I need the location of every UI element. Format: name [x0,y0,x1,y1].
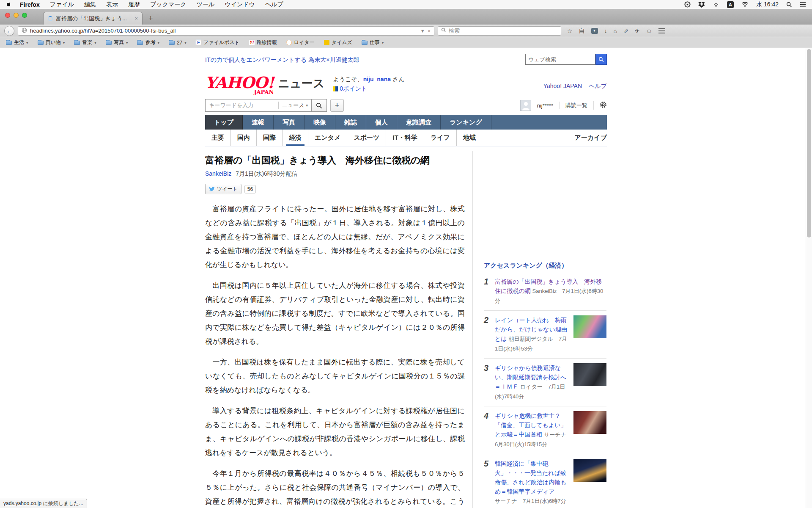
news-search-button[interactable] [312,99,327,112]
new-tab-button[interactable]: + [143,14,159,25]
wifi-icon[interactable] [741,2,749,7]
ranking-thumbnail[interactable] [573,363,606,386]
site-favicon-globe-icon [22,28,27,34]
share-icon[interactable]: ⇗ [623,28,628,34]
home-icon[interactable]: ⌂ [614,28,617,34]
bookmark-star-icon[interactable]: ☆ [567,28,573,34]
service-name-news[interactable]: ニュース [278,76,324,91]
menu-edit[interactable]: 編集 [84,1,96,8]
nav-tab-magazine[interactable]: 雑誌 [335,115,366,130]
browser-tab[interactable]: 富裕層の「出国税」きょう... × [43,12,143,25]
promo-ad-link[interactable]: ITの力で個人をエンパワーメントする 為末大×川邊健太郎 [205,54,359,64]
pocket-icon[interactable]: ▼ [591,28,598,34]
nav-tab-personal[interactable]: 個人 [366,115,397,130]
subscriptions-link[interactable]: 購読一覧 [559,102,587,109]
subnav-it-science[interactable]: IT・科学 [386,130,423,146]
menu-history[interactable]: 履歴 [128,1,140,8]
input-source-icon[interactable]: A [727,1,734,8]
back-button[interactable]: ← [4,26,14,36]
logged-in-username[interactable]: niju_nana [363,76,391,83]
folder-icon [38,41,44,45]
url-bar[interactable]: headlines.yahoo.co.jp/hl?a=20150701-0000… [18,26,434,36]
reading-list-icon[interactable]: 自 [579,27,585,35]
subnav-domestic[interactable]: 国内 [230,130,256,146]
article-source-link[interactable]: SankeiBiz [205,170,231,177]
nav-tab-ranking[interactable]: ランキング [441,115,491,130]
send-tab-icon[interactable]: ✈ [635,28,640,34]
tab-close-icon[interactable]: × [134,15,138,22]
menu-file[interactable]: ファイル [50,1,74,8]
subnav-local[interactable]: 地域 [456,130,482,146]
bookmark-folder-life[interactable]: 生活▾ [6,39,28,46]
minimize-window-button[interactable] [14,13,19,18]
menu-window[interactable]: ウインドウ [225,1,255,8]
bookmark-filepost[interactable]: Fファイルポスト [196,39,240,46]
bookmark-times[interactable]: タイムズ [324,39,352,46]
search-scope-dropdown[interactable]: ニュース▾ [278,102,308,109]
ranking-link[interactable]: 韓国経済に「集中砲火」・・・一発当たれば致命傷、されど政治は内輪もめ＝韓国華字メ… [495,460,567,495]
scrollbar-thumb[interactable] [807,49,811,237]
help-link[interactable]: ヘルプ [589,83,607,90]
stop-loading-icon[interactable]: × [428,28,431,33]
menubar-clock[interactable]: 水 16:42 [756,1,779,8]
bookmark-folder-reference[interactable]: 参考▾ [137,39,159,46]
news-search-input[interactable]: キーワードを入力 ニュース▾ [205,99,312,112]
ranking-thumbnail[interactable] [573,315,606,338]
subnav-economy[interactable]: 経済 [282,130,308,146]
bookmark-folder-photo[interactable]: 写真▾ [106,39,128,46]
hello-icon[interactable]: ☺ [646,28,652,34]
notification-center-icon[interactable] [800,2,806,7]
bookmark-transit[interactable]: Y!路線情報 [249,39,277,46]
spotlight-icon[interactable] [786,2,792,8]
scrollbar[interactable] [806,48,812,508]
points-link[interactable]: 0ポイント [340,85,367,93]
tweet-button[interactable]: ツイート [205,184,241,194]
subnav-international[interactable]: 国際 [256,130,282,146]
creative-cloud-icon[interactable] [684,1,691,8]
downloads-icon[interactable]: ↓ [604,28,607,34]
bookmark-folder-work[interactable]: 仕事▾ [362,39,384,46]
subnav-main[interactable]: 主要 [205,130,230,146]
subnav-sports[interactable]: スポーツ [347,130,386,146]
menubar-app-name[interactable]: Firefox [20,1,40,8]
bookmark-folder-music[interactable]: 音楽▾ [74,39,96,46]
wireless-transfer-icon[interactable] [713,2,719,7]
nav-tab-flash[interactable]: 速報 [243,115,274,130]
menu-bookmarks[interactable]: ブックマーク [150,1,187,8]
url-text[interactable]: headlines.yahoo.co.jp/hl?a=20150701-0000… [30,28,417,34]
bookmark-folder-shopping[interactable]: 買い物▾ [38,39,65,46]
bookmark-folder-27[interactable]: 27▾ [169,40,187,46]
macos-menubar: Firefox ファイル 編集 表示 履歴 ブックマーク ツール ウインドウ ヘ… [0,0,812,9]
nav-tab-photo[interactable]: 写真 [274,115,304,130]
menu-help[interactable]: ヘルプ [265,1,283,8]
menu-hamburger-icon[interactable] [658,28,665,33]
folder-icon [169,41,175,45]
ranking-thumbnail[interactable] [573,411,606,434]
dropbox-icon[interactable] [698,2,705,8]
archive-link[interactable]: アーカイブ [575,134,607,142]
add-widget-button[interactable]: + [330,99,344,112]
zoom-window-button[interactable] [22,13,27,18]
menu-tools[interactable]: ツール [197,1,215,8]
browser-search-box[interactable]: 検索 [438,26,561,36]
settings-gear-icon[interactable] [593,101,607,110]
yahoo-japan-logo[interactable]: YAHOO! JAPAN [205,77,274,94]
yahoo-japan-link[interactable]: Yahoo! JAPAN [543,83,582,90]
article-paragraph: 一方、出国税は株を保有したまま国外に転出する際に、実際に株を売却していなくても、… [205,355,465,397]
menu-view[interactable]: 表示 [106,1,118,8]
subnav-entertainment[interactable]: エンタメ [308,130,347,146]
web-search-button[interactable] [595,54,607,65]
apple-menu-icon[interactable] [6,1,11,8]
ranking-thumbnail[interactable] [573,459,606,482]
yahoo-news-page: ITの力で個人をエンパワーメントする 為末大×川邊健太郎 YAHOO! JAPA… [0,48,812,508]
bookmark-reuters[interactable]: ロイター [286,39,315,46]
web-search-input[interactable] [525,54,595,65]
nav-tab-video[interactable]: 映像 [304,115,335,130]
nav-tab-top[interactable]: トップ [205,115,243,130]
user-avatar[interactable] [520,100,531,111]
subnav-life[interactable]: ライフ [424,130,456,146]
nav-tab-poll[interactable]: 意識調査 [397,115,441,130]
close-window-button[interactable] [5,13,10,18]
urlbar-dropdown-icon[interactable]: ▼ [420,28,425,33]
account-id[interactable]: nij***** [537,102,553,109]
